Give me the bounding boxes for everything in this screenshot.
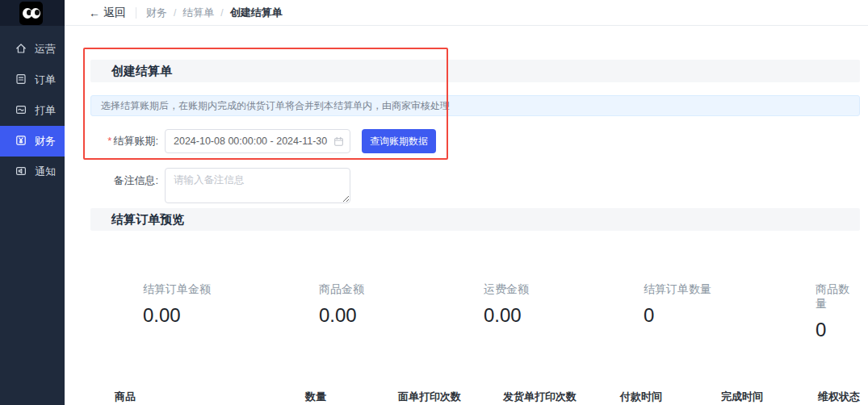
remark-row: 备注信息: [90,168,860,203]
calendar-icon[interactable] [333,136,344,150]
breadcrumb-item-current: 创建结算单 [230,6,283,20]
remark-textarea[interactable] [165,168,350,203]
back-button[interactable]: ← 返回 [89,6,126,20]
preview-title: 结算订单预览 [111,212,184,226]
stats-row: 结算订单金额 0.00 商品金额 0.00 运费金额 0.00 结算订单数量 0… [90,282,860,341]
sidebar-item-notifications[interactable]: 通知 [0,157,65,187]
googly-eyes-logo[interactable] [19,2,43,25]
section-title-preview: 结算订单预览 [90,208,860,231]
logo-strip [0,0,65,26]
page-content: 创建结算单 选择结算账期后，在账期内完成的供货订单将合并到本结算单内，由商家审核… [65,26,868,405]
stat-value: 0 [644,304,763,327]
back-arrow-icon: ← [89,7,100,19]
breadcrumb-item-finance[interactable]: 财务 [146,6,167,20]
sidebar-item-label: 通知 [35,165,56,179]
section-title-create: 创建结算单 [90,60,860,82]
order-icon [15,73,27,88]
query-period-data-button[interactable]: 查询账期数据 [362,129,436,153]
stat-goods-count: 商品数量 0 [763,282,860,341]
print-icon [15,103,27,119]
required-marker: * [107,135,111,147]
sidebar-item-label: 打单 [35,103,56,118]
sidebar-item-operations[interactable]: 运营 [0,34,65,65]
remark-label: 备注信息: [90,168,158,188]
page-title: 创建结算单 [111,64,172,77]
stat-label: 结算订单数量 [644,282,763,297]
breadcrumb-separator: / [174,7,176,19]
date-range-wrap [165,129,350,153]
sidebar-item-label: 运营 [35,42,56,56]
stat-value: 0.00 [319,304,431,327]
column-header-quantity: 数量 [305,390,398,404]
sidebar: 运营 订单 打单 财务 [0,0,65,405]
sidebar-item-orders[interactable]: 订单 [0,65,65,95]
column-header-goods: 商品 [115,390,305,404]
stat-value: 0.00 [484,304,591,327]
column-header-invoice-prints: 发货单打印次数 [503,390,620,404]
column-header-label-prints: 面单打印次数 [398,390,503,404]
breadcrumb-item-settlement[interactable]: 结算单 [182,6,214,20]
info-banner: 选择结算账期后，在账期内完成的供货订单将合并到本结算单内，由商家审核处理 [90,95,860,116]
main-area: ← 返回 财务 / 结算单 / 创建结算单 创建结算单 选择结算账期后，在账期内… [65,0,868,405]
stat-label: 商品数量 [816,282,860,311]
column-header-dispute-status: 维权状态 [818,390,860,404]
stat-label: 结算订单金额 [143,282,266,297]
settlement-period-input[interactable] [165,129,350,153]
stat-settlement-amount: 结算订单金额 0.00 [90,282,266,341]
sidebar-nav: 运营 订单 打单 财务 [0,26,65,187]
breadcrumb: 财务 / 结算单 / 创建结算单 [146,6,283,20]
settlement-period-row: *结算账期: 查询账期数据 [90,129,860,153]
stat-shipping-amount: 运费金额 0.00 [431,282,591,341]
app-window: 运营 订单 打单 财务 [0,0,868,405]
finance-icon [15,134,27,149]
column-header-pay-time: 付款时间 [620,390,721,404]
stat-label: 商品金额 [319,282,431,297]
settlement-period-label: *结算账期: [90,134,158,148]
sidebar-item-printing[interactable]: 打单 [0,95,65,126]
column-header-complete-time: 完成时间 [721,390,818,404]
eye-right-icon [31,8,40,19]
sidebar-item-label: 订单 [35,73,56,87]
breadcrumb-separator: / [220,7,223,19]
stat-value: 0.00 [143,304,266,327]
stat-order-count: 结算订单数量 0 [591,282,763,341]
stat-label: 运费金额 [484,282,591,297]
topbar-divider [136,7,136,19]
stat-goods-amount: 商品金额 0.00 [266,282,431,341]
sidebar-item-label: 财务 [35,134,56,148]
back-label: 返回 [103,6,126,20]
notification-icon [15,165,27,180]
home-icon [15,42,27,57]
stat-value: 0 [816,319,860,341]
sidebar-item-finance[interactable]: 财务 [0,126,65,157]
orders-table-header: 商品 数量 面单打印次数 发货单打印次数 付款时间 完成时间 维权状态 [90,383,860,405]
topbar: ← 返回 财务 / 结算单 / 创建结算单 [65,0,868,26]
